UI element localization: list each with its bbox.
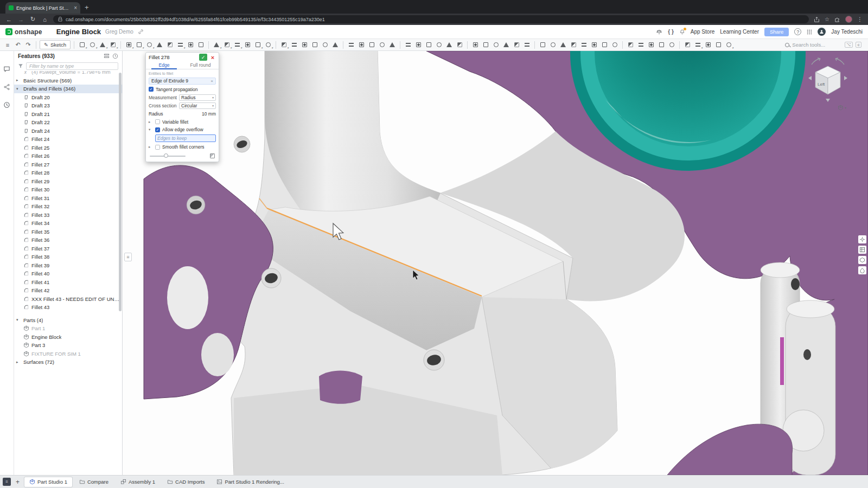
edges-to-keep-input[interactable] [157, 136, 214, 141]
tool-helix-icon[interactable] [357, 41, 366, 49]
tool-sweep-icon[interactable]: ▾ [98, 41, 107, 49]
feature-item[interactable]: Fillet 39 [14, 261, 122, 270]
comments-icon[interactable] [3, 65, 10, 75]
feature-item[interactable]: Fillet 24 [14, 135, 122, 144]
tool-display-options-icon[interactable] [683, 41, 692, 49]
smooth-corners-checkbox[interactable] [155, 145, 160, 150]
tool-custom-feature-3-icon[interactable] [579, 41, 588, 49]
tool-draft-icon[interactable]: ▾ [145, 41, 154, 49]
document-tab[interactable]: Compare [74, 477, 113, 487]
back-icon[interactable]: ← [5, 16, 12, 23]
tool-boolean-icon[interactable]: ▾ [253, 41, 262, 49]
tool-loft-icon[interactable]: ▾ [108, 41, 117, 49]
feature-item[interactable]: Fillet 33 [14, 211, 122, 220]
tool-mirror-icon[interactable]: ▾ [212, 41, 221, 49]
tool-custom-feature-5-icon[interactable] [600, 41, 609, 49]
cancel-button[interactable]: × [209, 54, 216, 61]
tool-search[interactable]: ⌥ c [785, 42, 865, 48]
feature-item[interactable]: Fillet 26 [14, 152, 122, 160]
view-cube[interactable]: Left [806, 55, 850, 103]
cross-section-select[interactable]: Circular ▾ [179, 102, 216, 109]
tool-rib-icon[interactable] [155, 41, 164, 49]
feature-group[interactable]: ▸Surfaces (72) [14, 358, 122, 367]
tool-fill-surface-icon[interactable] [492, 41, 500, 49]
browser-menu-icon[interactable]: ⋮ [857, 16, 863, 22]
chevron-right-icon[interactable]: ▸ [16, 78, 21, 82]
feature-item[interactable]: Fillet 28 [14, 169, 122, 177]
tool-isolate-icon[interactable] [714, 41, 723, 49]
feature-filter-input[interactable] [26, 62, 118, 70]
onshape-logo[interactable]: onshape [5, 28, 42, 36]
search-tools-input[interactable] [792, 42, 842, 48]
tool-delete-face-icon[interactable] [300, 41, 309, 49]
tool-enclose-icon[interactable] [196, 41, 205, 49]
panel-resize-handle[interactable]: ≡ [124, 253, 132, 261]
tool-shell-icon[interactable] [165, 41, 174, 49]
forward-icon[interactable]: → [17, 16, 24, 23]
apps-grid-icon[interactable] [807, 29, 812, 35]
tool-boundary-surface-icon[interactable] [481, 41, 490, 49]
tool-circular-pattern-icon[interactable]: ▾ [233, 41, 241, 49]
appearance-panel-icon[interactable] [858, 266, 866, 274]
new-tab-button[interactable]: + [85, 3, 89, 11]
tool-plane-icon[interactable] [347, 41, 355, 49]
feature-item[interactable]: Fillet 30 [14, 185, 122, 194]
radius-input[interactable] [190, 111, 216, 117]
featurescript-icon[interactable]: { } [668, 29, 674, 35]
tool-move-face-icon[interactable] [290, 41, 298, 49]
tool-linear-pattern-icon[interactable]: ▾ [222, 41, 231, 49]
help-icon[interactable]: ? [794, 28, 801, 35]
tool-custom-feature-4-icon[interactable] [590, 41, 598, 49]
feature-item[interactable]: Part 3 [14, 341, 122, 350]
tool-chamfer-icon[interactable]: ▾ [135, 41, 143, 49]
feature-item[interactable]: Fillet 35 [14, 228, 122, 236]
document-tab[interactable]: Part Studio 1 [24, 477, 72, 487]
undo-icon[interactable]: ↶ [14, 41, 22, 49]
tool-3d-fit-spline-icon[interactable] [388, 41, 397, 49]
tool-named-views-icon[interactable]: ▾ [693, 41, 702, 49]
tool-extrude-icon[interactable]: ▾ [78, 41, 86, 49]
chevron-right-icon[interactable]: ▸ [16, 360, 21, 364]
feature-item[interactable]: Fillet 27 [14, 160, 122, 169]
feature-item[interactable]: Fillet 40 [14, 269, 122, 278]
custom-tables-panel-icon[interactable] [858, 246, 866, 254]
document-tab[interactable]: CAD Imports [162, 477, 209, 487]
tool-section-view-icon[interactable] [704, 41, 712, 49]
expand-variable-fillet-icon[interactable]: ▸ [149, 120, 153, 124]
share-button[interactable]: Share [764, 28, 789, 36]
tangent-propagation-checkbox[interactable]: ✓ [149, 87, 154, 92]
feature-list-toggle-icon[interactable]: ≡ [3, 41, 12, 49]
tool-sheet-metal-model-icon[interactable] [626, 41, 635, 49]
tool-transform-icon[interactable]: ▾ [279, 41, 288, 49]
user-avatar[interactable] [818, 28, 826, 36]
slider-knob[interactable] [164, 153, 168, 158]
tool-ruled-surface-icon[interactable] [502, 41, 510, 49]
tool-mate-connector-icon[interactable] [378, 41, 386, 49]
add-tab-button[interactable]: + [14, 478, 22, 486]
share-page-icon[interactable] [814, 16, 820, 23]
material-panel-icon[interactable] [858, 256, 866, 264]
tool-variable-studio-icon[interactable] [548, 41, 557, 49]
selected-entity[interactable]: Edge of Extrude 9 × [149, 78, 216, 85]
tab-edge[interactable]: Edge [146, 62, 182, 69]
tool-trim-curve-icon[interactable] [445, 41, 454, 49]
feature-item[interactable]: Fillet 32 [14, 202, 122, 211]
learning-center-link[interactable]: Learning Center [720, 29, 759, 35]
feature-item[interactable]: Part 1 [14, 324, 122, 333]
tool-custom-feature-2-icon[interactable] [569, 41, 578, 49]
collapse-edge-overflow-icon[interactable]: ▾ [149, 127, 153, 132]
tool-intersection-curve-icon[interactable] [435, 41, 443, 49]
tool-fillet-icon[interactable]: ▾ [124, 41, 133, 49]
feature-group[interactable]: ▾Drafts and Fillets (346) [14, 85, 122, 93]
units-icon[interactable] [656, 29, 662, 35]
chevron-down-icon[interactable]: ▾ [16, 87, 21, 91]
tool-split-icon[interactable]: ▾ [264, 41, 272, 49]
reload-icon[interactable]: ↻ [29, 16, 36, 23]
tab-manager-icon[interactable]: ≡ [3, 478, 11, 486]
tool-trim-surface-icon[interactable] [522, 41, 531, 49]
notifications-icon[interactable] [679, 29, 685, 35]
measurement-select[interactable]: Radius ▾ [179, 94, 216, 101]
3d-model-canvas[interactable] [123, 51, 868, 475]
tool-hole-icon[interactable]: ▾ [176, 41, 184, 49]
tool-bend-icon[interactable] [647, 41, 655, 49]
